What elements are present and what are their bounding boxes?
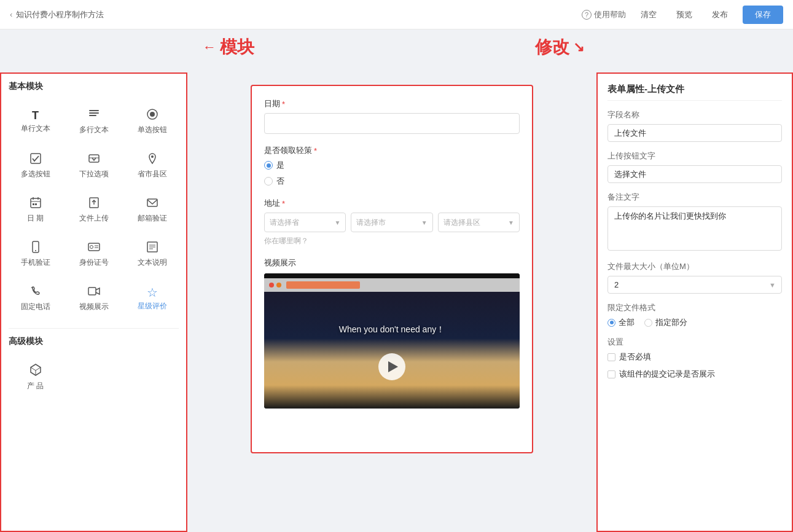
module-date[interactable]: 日 期 <box>9 190 62 230</box>
format-all-option[interactable]: 全部 <box>607 317 635 328</box>
module-landline[interactable]: 固定电话 <box>9 279 62 318</box>
required-checkbox-row[interactable]: 是否必填 <box>607 351 782 362</box>
date-field: 日期 * <box>264 98 520 134</box>
publish-button[interactable]: 发布 <box>707 7 733 23</box>
address-required-mark: * <box>282 199 285 208</box>
topbar: ‹ 知识付费小程序制作方法 ? 使用帮助 清空 预览 发布 保存 <box>0 0 793 29</box>
format-all-radio <box>607 319 615 327</box>
right-panel-title: 表单属性-上传文件 <box>607 84 782 101</box>
save-button[interactable]: 保存 <box>743 6 783 24</box>
module-region[interactable]: 省市县区 <box>125 146 179 186</box>
radio-yes-circle <box>264 161 273 170</box>
qingce-field-label: 是否领取轻策 * <box>264 145 520 156</box>
province-placeholder: 请选择省 <box>270 217 299 228</box>
radio-label: 单选按钮 <box>138 125 167 135</box>
svg-rect-0 <box>89 110 99 111</box>
module-single-text[interactable]: T 单行文本 <box>9 102 62 141</box>
module-video[interactable]: 视频展示 <box>67 279 120 318</box>
svg-point-20 <box>90 246 93 249</box>
text-desc-icon <box>146 241 158 255</box>
divider <box>9 328 179 329</box>
browser-close <box>269 283 274 288</box>
qingce-field: 是否领取轻策 * 是 否 <box>264 145 520 187</box>
module-phone[interactable]: 手机验证 <box>9 235 62 274</box>
radio-group: 是 否 <box>264 160 520 187</box>
svg-point-4 <box>150 112 155 117</box>
email-label: 邮箱验证 <box>138 213 167 224</box>
help-label: 使用帮助 <box>594 9 626 20</box>
qingce-required-mark: * <box>314 146 317 155</box>
main-layout: 基本模块 T 单行文本 多行文本 单选按钮 <box>0 72 793 532</box>
landline-label: 固定电话 <box>21 302 50 312</box>
field-name-label: 字段名称 <box>607 109 782 120</box>
module-checkbox[interactable]: 多选按钮 <box>9 146 62 186</box>
module-email[interactable]: 邮箱验证 <box>125 190 179 230</box>
date-input[interactable] <box>264 113 520 134</box>
id-icon <box>88 241 100 255</box>
form-preview: 日期 * 是否领取轻策 * 是 否 <box>251 85 533 453</box>
video-play-button[interactable] <box>378 353 405 380</box>
video-browser-bar <box>264 278 520 292</box>
topbar-actions: ? 使用帮助 清空 预览 发布 保存 <box>582 6 783 24</box>
district-select[interactable]: 请选择县区 ▼ <box>438 213 520 232</box>
show-record-checkbox-label: 该组件的提交记录是否展示 <box>619 369 715 380</box>
address-field: 地址 * 请选择省 ▼ 请选择市 ▼ 请选择县区 ▼ <box>264 198 520 246</box>
province-select[interactable]: 请选择省 ▼ <box>264 213 346 232</box>
annotation-bar: ← 模块 修改 ↘ <box>0 29 793 72</box>
max-size-label: 文件最大大小（单位M） <box>607 261 782 272</box>
note-textarea[interactable]: 上传你的名片让我们更快找到你 <box>607 206 782 251</box>
module-annotation-label: 模块 <box>220 36 254 59</box>
radio-no-circle <box>264 177 273 186</box>
city-select[interactable]: 请选择市 ▼ <box>351 213 432 232</box>
email-icon <box>146 197 158 211</box>
show-record-checkbox-row[interactable]: 该组件的提交记录是否展示 <box>607 369 782 380</box>
video-top-bar <box>264 273 520 278</box>
svg-rect-27 <box>88 288 96 295</box>
left-panel: 基本模块 T 单行文本 多行文本 单选按钮 <box>0 72 187 532</box>
format-part-option[interactable]: 指定部分 <box>644 317 687 328</box>
id-label: 身份证号 <box>79 257 109 268</box>
right-panel: 表单属性-上传文件 字段名称 上传按钮文字 备注文字 上传你的名片让我们更快找到… <box>596 72 793 532</box>
back-arrow-icon: ‹ <box>10 10 12 19</box>
province-chevron-icon: ▼ <box>334 219 340 226</box>
radio-no[interactable]: 否 <box>264 176 520 187</box>
module-text-desc[interactable]: 文本说明 <box>125 235 179 274</box>
field-name-input[interactable] <box>607 124 782 142</box>
phone-label: 手机验证 <box>21 257 50 268</box>
show-record-checkbox <box>607 370 615 378</box>
max-size-select[interactable]: 2 5 10 20 <box>607 276 782 294</box>
module-product[interactable]: 产 品 <box>9 357 62 397</box>
file-upload-icon <box>88 197 100 211</box>
play-triangle-icon <box>388 361 398 372</box>
browser-min <box>276 283 281 288</box>
required-checkbox-label: 是否必填 <box>619 351 651 362</box>
module-multi-text[interactable]: 多行文本 <box>67 102 120 141</box>
preview-button[interactable]: 预览 <box>671 7 697 23</box>
browser-addr <box>286 281 360 289</box>
back-nav[interactable]: ‹ 知识付费小程序制作方法 <box>10 9 104 20</box>
module-dropdown[interactable]: 下拉选项 <box>67 146 120 186</box>
module-file-upload[interactable]: 文件上传 <box>67 190 120 230</box>
city-chevron-icon: ▼ <box>421 219 428 226</box>
module-radio[interactable]: 单选按钮 <box>125 102 179 141</box>
help-button[interactable]: ? 使用帮助 <box>582 9 626 20</box>
radio-yes[interactable]: 是 <box>264 160 520 171</box>
clear-button[interactable]: 清空 <box>636 7 662 23</box>
basic-module-title: 基本模块 <box>9 81 179 95</box>
svg-rect-1 <box>89 112 99 114</box>
date-field-label: 日期 * <box>264 98 520 109</box>
date-label: 日 期 <box>27 213 44 224</box>
module-id[interactable]: 身份证号 <box>67 235 120 274</box>
product-label: 产 品 <box>27 381 44 391</box>
module-star-rating[interactable]: ☆ 星级评价 <box>125 279 179 318</box>
landline-icon <box>29 285 42 299</box>
page-title: 知识付费小程序制作方法 <box>16 9 104 20</box>
video-placeholder[interactable]: When you don't need any！ <box>264 273 520 409</box>
video-icon <box>88 285 100 299</box>
left-arrow-icon: ← <box>203 39 216 55</box>
upload-btn-input[interactable] <box>607 165 782 183</box>
single-text-label: 单行文本 <box>21 123 50 134</box>
text-desc-label: 文本说明 <box>138 257 167 268</box>
district-placeholder: 请选择县区 <box>443 217 480 228</box>
star-rating-label: 星级评价 <box>138 301 167 311</box>
